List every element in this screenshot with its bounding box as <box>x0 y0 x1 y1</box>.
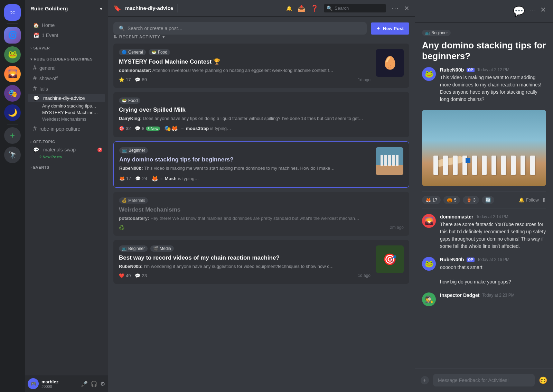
microphone-icon[interactable]: 🎤 <box>81 381 88 387</box>
message-text-ruben-2: oooooh that's smarthow big do you make y… <box>440 264 546 286</box>
tag-media[interactable]: 🎬 Media <box>150 245 174 252</box>
share-button[interactable]: ⬆ <box>542 197 546 203</box>
reaction-fox[interactable]: 🦊17 <box>422 196 441 204</box>
post-card-3[interactable]: 📺 Beginner Any domino stacking tips for … <box>113 141 409 187</box>
bell-icon[interactable]: 🔔 <box>286 6 292 11</box>
reaction-cycle[interactable]: 🔄 <box>482 196 494 204</box>
emoji-picker-icon[interactable]: 😊 <box>539 376 547 384</box>
post-card-5[interactable]: 📺 Beginner 🎬 Media Best way to record vi… <box>113 240 409 284</box>
add-message-button[interactable]: + <box>421 376 429 384</box>
sidebar-channel-machine-diy[interactable]: 💬 machine-diy-advice <box>28 94 105 102</box>
forum-search-box[interactable]: 🔍 <box>113 22 367 35</box>
thread-item-3[interactable]: Weirdest Mechanisms <box>28 116 105 122</box>
discord-home-button[interactable]: DC <box>4 4 21 21</box>
tag-general[interactable]: 🔵 General <box>119 49 146 55</box>
op-badge-1: OP <box>467 68 474 72</box>
sidebar-channel-fails[interactable]: # fails <box>28 84 105 94</box>
sidebar-channel-showoff[interactable]: # show-off <box>28 73 105 83</box>
server-icon-1[interactable]: 🌀 <box>4 27 21 44</box>
message-content-1: RubeN00b OP Today at 2:12 PM This video … <box>440 67 546 103</box>
author-ruben00b-1: RubeN00b <box>440 67 464 73</box>
post-title-3: Any domino stacking tips for beginners? <box>119 156 370 163</box>
message-header-domino: dominomaster Today at 2:14 PM <box>440 214 546 220</box>
sidebar-channel-pop-culture[interactable]: # rube-in-pop-culture <box>28 124 105 134</box>
forum-toolbar: 🔍 ✦ New Post <box>113 22 409 35</box>
post-card-4[interactable]: 💰 Materials Weirdest Mechanisms potatoba… <box>113 192 409 236</box>
comments-3: 💬 24 <box>135 176 147 181</box>
close-icon[interactable]: ✕ <box>404 4 409 12</box>
server-icon-5[interactable]: 🌙 <box>4 104 21 121</box>
follow-button[interactable]: 🔔 Follow <box>519 197 539 203</box>
avatar-ruben00b-1: 🐸 <box>422 67 436 81</box>
close-panel-icon[interactable]: ✕ <box>540 6 546 17</box>
thread-item-1[interactable]: Any domino stacking tips… <box>28 103 105 109</box>
message-input[interactable] <box>433 374 535 386</box>
post-tags-4: 💰 Materials <box>119 197 404 204</box>
add-server-button[interactable]: + <box>4 127 21 144</box>
new-post-button[interactable]: ✦ New Post <box>371 22 409 35</box>
server-icon-4[interactable]: 🎭 <box>4 85 21 102</box>
headset-icon[interactable]: 🎧 <box>91 381 97 387</box>
forum-search-input[interactable] <box>128 26 361 31</box>
post-title-2: Crying over Spilled Milk <box>119 106 404 113</box>
section-off-topic[interactable]: › OFF-TOPIC <box>25 134 108 145</box>
section-server[interactable]: › SERVER <box>25 40 108 52</box>
server-header[interactable]: Rube Goldberg ▾ <box>25 0 108 17</box>
post-thumbnail-5: 🎯 <box>376 245 404 273</box>
tag-beginner-2[interactable]: 📺 Beginner <box>119 245 148 252</box>
tag-materials[interactable]: 💰 Materials <box>119 197 148 204</box>
sidebar-nav: 🏠 Home 📅 1 Event › SERVER ▾ RUBE GOLDBER… <box>25 17 108 375</box>
reactions-3: 🦊 17 <box>119 176 131 181</box>
reaction-urn[interactable]: 🏺3 <box>463 196 479 204</box>
main-content: 🔖 machine-diy-advice 🔔 📥 ❓ 🔍 ⋯ ✕ 🔍 ✦ New <box>108 0 415 392</box>
thread-tag-beginner[interactable]: 📺 Beginner <box>422 30 451 36</box>
post-tags-2: 🥗 Food <box>119 97 404 104</box>
sidebar-item-home[interactable]: 🏠 Home <box>28 20 105 30</box>
chevron-down-icon: ▾ <box>100 6 102 11</box>
header-actions: 🔔 📥 ❓ 🔍 ⋯ ✕ <box>286 4 409 12</box>
post-meta-2: 🎯 32 💬 8 3 New 🎭🦊 ··· mous3trap is typin… <box>119 125 404 132</box>
typing-indicator-3: 🦊 ··· Mush is typing… <box>151 175 199 182</box>
server-icon-3[interactable]: 🌄 <box>4 66 21 82</box>
activity-header[interactable]: ⇅ RECENT ACTIVITY ▾ <box>113 35 409 39</box>
message-time-inspector: Today at 2:23 PM <box>482 293 514 298</box>
post-card-1[interactable]: 🔵 General 🥗 Food MYSTERY Food Machine Co… <box>113 44 409 88</box>
search-input[interactable] <box>335 6 383 11</box>
forum-icon-2: 💬 <box>33 147 39 152</box>
reaction-pumpkin[interactable]: 🎃5 <box>443 196 460 204</box>
chevron-right-icon: › <box>30 46 32 50</box>
settings-icon[interactable]: ⚙ <box>100 381 105 387</box>
bell-icon-follow: 🔔 <box>519 197 524 203</box>
message-text-domino: There are some fantastic YouTube resourc… <box>440 221 546 250</box>
post-main-5: 📺 Beginner 🎬 Media Best way to record vi… <box>119 245 371 278</box>
post-card-2[interactable]: 🥗 Food Crying over Spilled Milk DairyKin… <box>113 92 409 137</box>
section-label-rgb: RUBE GOLDBERG MACHINES <box>34 57 93 61</box>
header-search-box[interactable]: 🔍 <box>324 4 386 12</box>
typing-ellipsis-3: ··· <box>160 176 163 181</box>
sort-icon: ⇅ <box>113 35 117 39</box>
server-icon-2[interactable]: 🐸 <box>4 46 21 63</box>
tag-beginner[interactable]: 📺 Beginner <box>119 147 148 153</box>
tag-food[interactable]: 🥗 Food <box>149 49 170 55</box>
sidebar: Rube Goldberg ▾ 🏠 Home 📅 1 Event › SERVE… <box>25 0 108 392</box>
post-title-5: Best way to record videos of my chain re… <box>119 254 371 261</box>
inbox-icon[interactable]: 📥 <box>298 4 305 12</box>
svg-text:DC: DC <box>9 10 16 15</box>
more-options-icon[interactable]: ⋯ <box>392 4 399 12</box>
new-posts-badge: 2 <box>97 148 102 152</box>
section-events[interactable]: › EVENTS <box>25 160 108 171</box>
hash-icon-4: # <box>33 125 37 132</box>
server-icon-bar: DC 🌀 🐸 🌄 🎭 🌙 + 🔭 <box>0 0 25 392</box>
chevron-right-icon-events: › <box>30 166 32 169</box>
post-thumbnail-3 <box>376 147 403 175</box>
ellipsis-icon[interactable]: ⋯ <box>529 6 536 17</box>
thread-item-2[interactable]: MYSTERY Food Machine… <box>28 109 105 116</box>
sidebar-channel-general[interactable]: # general <box>28 63 105 73</box>
sidebar-channel-materials[interactable]: 💬 materials-swap 2 <box>28 146 105 154</box>
author-inspector: Inspector Dadget <box>440 292 479 298</box>
comments-5: 💬 23 <box>135 273 147 278</box>
discover-button[interactable]: 🔭 <box>4 147 21 163</box>
help-icon[interactable]: ❓ <box>311 4 318 12</box>
tag-food-2[interactable]: 🥗 Food <box>119 97 140 104</box>
sidebar-item-events[interactable]: 📅 1 Event <box>28 30 105 40</box>
